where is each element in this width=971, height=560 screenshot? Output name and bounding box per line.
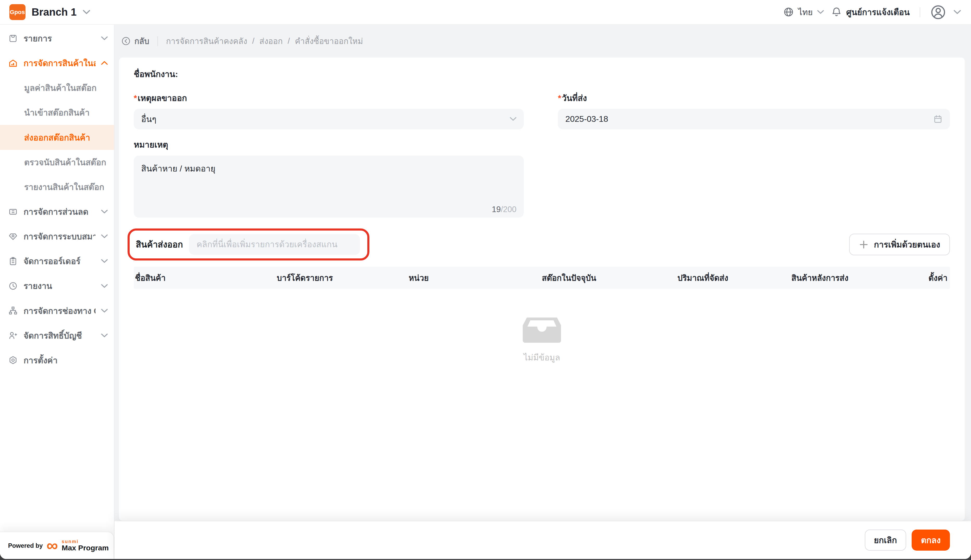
export-order-form-card: ชื่อพนักงาน: *เหตุผลขาออก อื่นๆ *วั: [119, 58, 965, 520]
char-counter: 19/200: [492, 205, 517, 214]
sidebar-item-label: นำเข้าสต๊อกสินค้า: [24, 106, 108, 119]
employee-name-label: ชื่อพนักงาน:: [134, 67, 950, 81]
powered-by-badge: Powered by ∞ sunmi Max Program: [0, 532, 114, 559]
sidebar-item-stock-management[interactable]: การจัดการสินค้าในสต๊...: [0, 51, 114, 75]
note-textarea[interactable]: สินค้าหาย / หมดอายุ: [134, 156, 524, 218]
export-products-label: สินค้าส่งออก: [136, 238, 183, 252]
sidebar-subitem-stock-count[interactable]: ตรวจนับสินค้าในสต๊อก: [0, 150, 114, 175]
confirm-button[interactable]: ตกลง: [912, 530, 950, 551]
sidebar-item-discount-management[interactable]: การจัดการส่วนลด: [0, 199, 114, 224]
column-header-unit: หน่วย: [409, 272, 542, 285]
products-table-header: ชื่อสินค้า บาร์โค้ดรายการ หน่วย สต๊อกในป…: [134, 267, 950, 289]
sidebar-item-label: การตั้งค่า: [23, 353, 108, 367]
breadcrumb-separator: /: [288, 37, 290, 46]
chevron-down-icon: [101, 333, 108, 338]
powered-by-label: Powered by: [8, 542, 43, 549]
branch-name: Branch 1: [32, 6, 77, 18]
chevron-down-icon: [101, 259, 108, 263]
divider: [920, 7, 920, 17]
clipboard-icon: [8, 257, 18, 266]
bell-icon: [831, 7, 842, 17]
sidebar-subitem-stock-report[interactable]: รายงานสินค้าในสต๊อก: [0, 175, 114, 199]
chevron-down-icon: [101, 234, 108, 238]
notification-center-label: ศูนย์การแจ้งเตือน: [846, 5, 909, 19]
warehouse-icon: [8, 58, 18, 68]
plus-icon: [859, 240, 868, 249]
reason-select[interactable]: อื่นๆ: [134, 109, 524, 129]
coupon-icon: [8, 207, 18, 217]
sidebar-item-label: รายงานสินค้าในสต๊อก: [24, 180, 108, 193]
ship-date-label: *วันที่ส่ง: [558, 91, 950, 105]
language-selector[interactable]: ไทย: [783, 5, 824, 19]
back-button[interactable]: กลับ: [121, 35, 149, 48]
sidebar-item-membership[interactable]: การจัดการระบบสมาชิก: [0, 224, 114, 249]
manual-add-button[interactable]: การเพิ่มด้วยตนเอง: [849, 234, 950, 255]
chevron-down-icon: [101, 284, 108, 288]
chevron-down-icon: [101, 36, 108, 41]
empty-state-text: ไม่มีข้อมูล: [524, 351, 560, 364]
calendar-icon: [933, 115, 943, 124]
char-count-max: /200: [501, 205, 517, 214]
manual-add-label: การเพิ่มด้วยตนเอง: [874, 238, 940, 251]
sidebar-subitem-stock-import[interactable]: นำเข้าสต๊อกสินค้า: [0, 100, 114, 125]
sidebar-item-label: รายการ: [23, 32, 95, 45]
avatar-icon[interactable]: [930, 4, 946, 20]
sidebar-item-label: จัดการออร์เดอร์: [23, 255, 95, 268]
sidebar-item-label: รายงาน: [23, 279, 95, 292]
breadcrumb: กลับ การจัดการสินค้าคงคลัง / ส่งออก / คำ…: [115, 25, 971, 58]
sidebar-item-label: มูลค่าสินค้าในสต๊อก: [24, 81, 108, 95]
ship-date-value: 2025-03-18: [566, 114, 608, 124]
sidebar-item-reports[interactable]: รายงาน: [0, 273, 114, 298]
sidebar-item-order-management[interactable]: จัดการออร์เดอร์: [0, 249, 114, 273]
sidebar-item-label: การจัดการส่วนลด: [23, 205, 95, 218]
reason-label: *เหตุผลขาออก: [134, 91, 524, 105]
sidebar-item-label: การจัดการสินค้าในสต๊...: [23, 57, 95, 70]
clock-icon: [8, 281, 18, 291]
sidebar-item-account-permissions[interactable]: จัดการสิทธิ์บัญชี: [0, 323, 114, 348]
sidebar-item-grab-channel[interactable]: การจัดการช่องทาง Gr...: [0, 298, 114, 323]
chevron-down-icon: [510, 117, 517, 121]
sidebar-item-settings[interactable]: การตั้งค่า: [0, 348, 114, 373]
ship-date-field: *วันที่ส่ง 2025-03-18: [558, 91, 950, 129]
char-count-current: 19: [492, 205, 501, 214]
sidebar: รายการ การจัดการสินค้าในสต๊... มูลค่าสิน…: [0, 25, 115, 559]
note-field: หมายเหตุ สินค้าหาย / หมดอายุ 19/200: [134, 138, 524, 220]
language-label: ไทย: [798, 5, 813, 19]
column-header-product-name: ชื่อสินค้า: [135, 272, 277, 285]
ship-date-picker[interactable]: 2025-03-18: [558, 109, 950, 129]
back-label: กลับ: [134, 35, 149, 48]
form-grid: *เหตุผลขาออก อื่นๆ *วันที่ส่ง 2025-03-18: [134, 91, 950, 129]
breadcrumb-trail: การจัดการสินค้าคงคลัง / ส่งออก / คำสั่งซ…: [166, 35, 363, 48]
inbox-icon: [523, 317, 561, 343]
sunmi-logo-icon: ∞: [47, 540, 58, 551]
export-products-row: สินค้าส่งออก การเพิ่มด้วยตนเอง: [134, 228, 950, 260]
breadcrumb-item[interactable]: ส่งออก: [259, 35, 283, 48]
gear-icon: [8, 355, 18, 365]
topbar-controls: ไทย ศูนย์การแจ้งเตือน: [783, 4, 961, 20]
screen: Gpos Branch 1 ไทย ศูนย์การแจ้งเตือน รา: [0, 0, 971, 560]
notification-center[interactable]: ศูนย์การแจ้งเตือน: [831, 5, 909, 19]
breadcrumb-item: คำสั่งซื้อขาออกใหม่: [295, 35, 363, 48]
column-header-stock-after: สินค้าหลังการส่ง: [791, 272, 925, 285]
sidebar-subitem-stock-export[interactable]: ส่งออกสต๊อกสินค้า: [0, 125, 114, 150]
sidebar-item-label: การจัดการช่องทาง Gr...: [23, 304, 95, 317]
breadcrumb-separator: /: [252, 37, 255, 46]
note-input-wrap: สินค้าหาย / หมดอายุ 19/200: [134, 156, 524, 220]
sidebar-subitem-stock-value[interactable]: มูลค่าสินค้าในสต๊อก: [0, 75, 114, 100]
required-marker: *: [134, 93, 137, 103]
column-header-current-stock: สต๊อกในปัจจุบัน: [542, 272, 677, 285]
column-header-ship-quantity: ปริมาณที่จัดส่ง: [677, 272, 791, 285]
scan-input[interactable]: [189, 234, 360, 255]
chevron-down-icon: [817, 10, 824, 14]
empty-state: ไม่มีข้อมูล: [134, 317, 950, 364]
chevron-down-icon[interactable]: [954, 10, 961, 15]
app-window: Gpos Branch 1 ไทย ศูนย์การแจ้งเตือน รา: [0, 0, 971, 559]
chevron-down-icon: [101, 210, 108, 214]
required-marker: *: [558, 93, 561, 103]
branch-switcher[interactable]: Gpos Branch 1: [9, 4, 90, 20]
breadcrumb-item[interactable]: การจัดการสินค้าคงคลัง: [166, 35, 247, 48]
cancel-button[interactable]: ยกเลิก: [865, 530, 906, 551]
sidebar-item-label: ส่งออกสต๊อกสินค้า: [24, 131, 108, 144]
brand-text: sunmi Max Program: [62, 539, 109, 552]
sidebar-item-transactions[interactable]: รายการ: [0, 26, 114, 51]
